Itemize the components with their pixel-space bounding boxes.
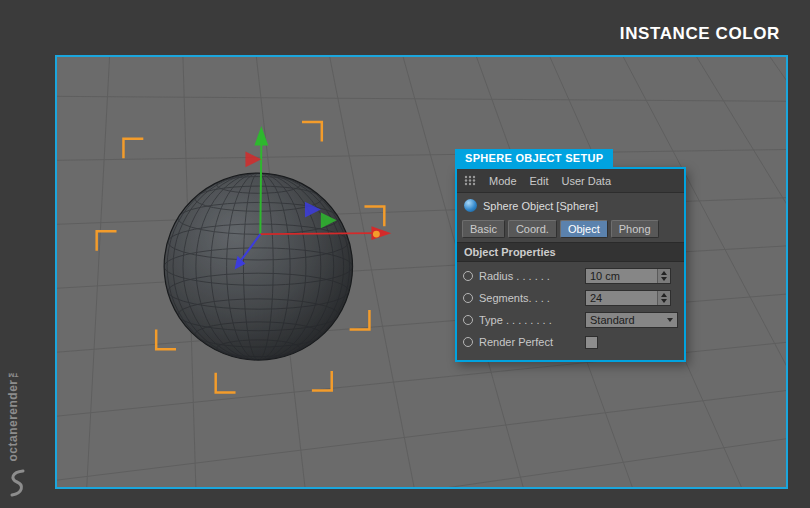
render-perfect-checkbox[interactable] — [585, 336, 598, 349]
tab-coord[interactable]: Coord. — [508, 220, 557, 238]
radius-field[interactable]: 10 cm — [585, 268, 671, 284]
property-label: Type . . . . . . . . — [479, 314, 585, 326]
stepper-down-icon[interactable] — [661, 299, 667, 303]
panel-header-tab: SPHERE OBJECT SETUP — [455, 149, 613, 167]
menu-item-user-data[interactable]: User Data — [562, 175, 612, 187]
keyframe-circle-icon[interactable] — [463, 293, 473, 303]
type-value[interactable]: Standard — [586, 314, 667, 326]
property-label: Render Perfect — [479, 336, 585, 348]
property-row-render-perfect: Render Perfect — [463, 333, 678, 351]
object-title: Sphere Object [Sphere] — [483, 200, 598, 212]
radius-stepper[interactable] — [657, 269, 670, 283]
segments-value[interactable]: 24 — [586, 292, 657, 304]
menu-item-edit[interactable]: Edit — [530, 175, 549, 187]
tab-phong[interactable]: Phong — [611, 220, 659, 238]
keyframe-circle-icon[interactable] — [463, 337, 473, 347]
stepper-down-icon[interactable] — [661, 277, 667, 281]
property-label: Segments. . . . — [479, 292, 585, 304]
type-dropdown[interactable]: Standard — [585, 312, 678, 328]
octane-render-watermark: octanerender™ — [6, 365, 20, 462]
keyframe-circle-icon[interactable] — [463, 315, 473, 325]
panel-menubar: Mode Edit User Data — [457, 169, 684, 193]
keyframe-circle-icon[interactable] — [463, 271, 473, 281]
attribute-tabs: Basic Coord. Object Phong — [457, 218, 684, 242]
tab-object[interactable]: Object — [560, 220, 608, 238]
chevron-down-icon — [667, 318, 673, 322]
segments-field[interactable]: 24 — [585, 290, 671, 306]
drag-grid-icon[interactable] — [464, 175, 476, 186]
property-row-type: Type . . . . . . . . Standard — [463, 311, 678, 329]
tab-basic[interactable]: Basic — [462, 220, 505, 238]
sphere-object[interactable] — [164, 173, 352, 360]
section-header: Object Properties — [457, 242, 684, 262]
property-row-radius: Radius . . . . . . 10 cm — [463, 267, 678, 285]
stepper-up-icon[interactable] — [661, 271, 667, 275]
segments-stepper[interactable] — [657, 291, 670, 305]
radius-value[interactable]: 10 cm — [586, 270, 657, 282]
property-row-segments: Segments. . . . 24 — [463, 289, 678, 307]
sphere-object-icon — [464, 199, 477, 212]
sphere-object-setup-panel: SPHERE OBJECT SETUP Mode Edit User Data … — [455, 148, 686, 362]
plane-handle-red[interactable] — [245, 151, 261, 167]
page-title: INSTANCE COLOR — [620, 24, 780, 44]
object-title-row: Sphere Object [Sphere] — [457, 193, 684, 218]
radius-handle-dot[interactable] — [373, 231, 380, 238]
attribute-panel: Mode Edit User Data Sphere Object [Spher… — [455, 167, 686, 362]
menu-item-mode[interactable]: Mode — [489, 175, 517, 187]
object-properties: Radius . . . . . . 10 cm Segments. . . .… — [457, 262, 684, 360]
octane-logo-icon — [7, 468, 27, 498]
property-label: Radius . . . . . . — [479, 270, 585, 282]
stepper-up-icon[interactable] — [661, 293, 667, 297]
